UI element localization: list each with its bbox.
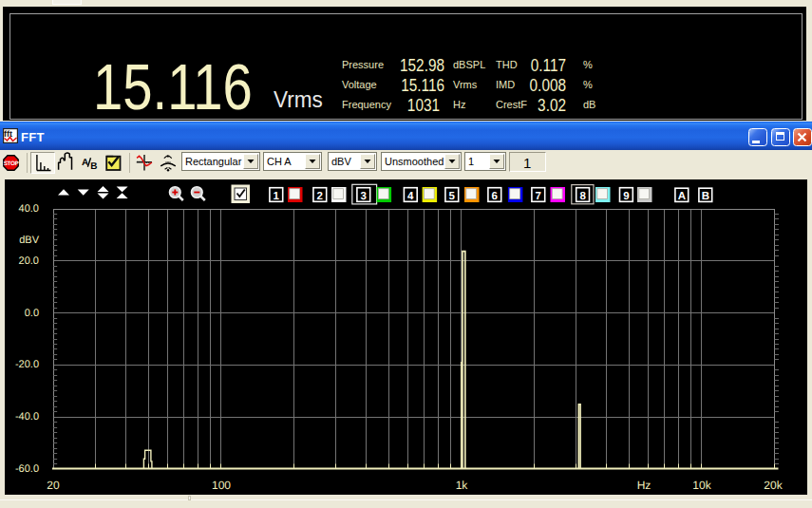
- svg-text:10k: 10k: [692, 479, 711, 492]
- svg-text:Hz: Hz: [637, 479, 651, 492]
- svg-text:fft: fft: [4, 129, 12, 139]
- svg-text:9: 9: [623, 191, 629, 202]
- svg-text:20k: 20k: [764, 479, 783, 492]
- svg-text:B: B: [90, 161, 97, 172]
- svg-text:-20.0: -20.0: [15, 359, 39, 370]
- svg-text:5: 5: [449, 191, 456, 202]
- svg-text:STOP: STOP: [4, 160, 19, 167]
- svg-text:1: 1: [274, 191, 280, 202]
- svg-text:7: 7: [536, 191, 541, 202]
- svg-text:8: 8: [579, 191, 586, 202]
- svg-text:dBV: dBV: [19, 235, 39, 246]
- svg-text:0.0: 0.0: [25, 308, 39, 319]
- svg-text:100: 100: [212, 479, 231, 492]
- svg-text:-40.0: -40.0: [15, 411, 39, 423]
- svg-text:A: A: [678, 191, 686, 202]
- svg-text:-60.0: -60.0: [15, 463, 39, 475]
- svg-text:6: 6: [492, 191, 498, 202]
- svg-text:2: 2: [317, 191, 323, 202]
- svg-text:40.0: 40.0: [19, 203, 39, 215]
- svg-text:20.0: 20.0: [19, 255, 39, 267]
- svg-text:20: 20: [47, 479, 60, 492]
- svg-text:4: 4: [407, 191, 414, 202]
- svg-text:1k: 1k: [456, 479, 469, 492]
- svg-text:B: B: [702, 191, 709, 202]
- svg-text:3: 3: [361, 191, 367, 202]
